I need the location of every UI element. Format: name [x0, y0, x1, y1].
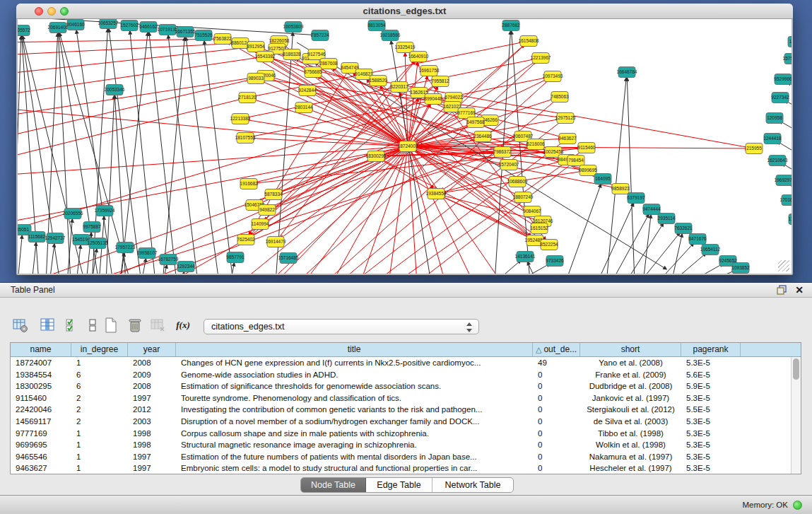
- table-cell: 0: [533, 404, 580, 416]
- graph-edge[interactable]: [186, 37, 219, 274]
- graph-edge[interactable]: [181, 272, 184, 274]
- table-row[interactable]: 911546021997Tourette syndrome. Phenomeno…: [11, 392, 791, 404]
- table-column-icon[interactable]: [37, 315, 58, 336]
- graph-edge[interactable]: [49, 244, 54, 274]
- graph-edge[interactable]: [657, 243, 694, 274]
- graph-node-label: 7955812: [431, 78, 449, 83]
- network-graph[interactable]: 1872400775638228860124891295418226058912…: [18, 19, 792, 274]
- graph-edge[interactable]: [32, 243, 36, 274]
- table-row[interactable]: 2242004622012Investigating the contribut…: [11, 404, 791, 416]
- memory-status-indicator[interactable]: [793, 501, 802, 510]
- graph-node-label: 2935114: [658, 216, 676, 221]
- graph-edge[interactable]: [297, 42, 666, 269]
- resize-grip-icon[interactable]: [778, 260, 789, 271]
- graph-edge[interactable]: [59, 33, 131, 274]
- window-titlebar[interactable]: citations_edges.txt: [16, 4, 793, 19]
- table-cell: 18724007: [11, 357, 71, 369]
- graph-edge[interactable]: [141, 259, 146, 274]
- graph-edge[interactable]: [204, 41, 233, 274]
- table-cell: 5.3E-5: [681, 392, 741, 404]
- graph-edge[interactable]: [163, 37, 184, 274]
- column-header-pagerank[interactable]: pagerank: [681, 343, 741, 356]
- graph-node-label: 19384554: [426, 191, 447, 196]
- table-cell: 2003: [128, 416, 176, 428]
- table-settings-icon[interactable]: [10, 315, 31, 336]
- column-header-out-degree[interactable]: △out_de...: [533, 343, 580, 356]
- tab-network-table[interactable]: Network Table: [433, 478, 513, 492]
- graph-node-label: 1527602: [120, 23, 139, 28]
- table-cell: 9699695: [11, 439, 71, 451]
- function-builder-icon[interactable]: f(x): [172, 315, 194, 336]
- graph-edge[interactable]: [76, 245, 81, 274]
- graph-node-label: 6794022: [445, 95, 463, 100]
- graph-edge[interactable]: [18, 39, 217, 42]
- table-cell: 1: [71, 462, 128, 474]
- graph-edge[interactable]: [130, 31, 155, 274]
- graph-edge[interactable]: [597, 203, 634, 274]
- table-cell: Hescheler et al. (1997): [580, 462, 681, 474]
- graph-edge[interactable]: [611, 214, 649, 274]
- graph-node-label: 9127546: [307, 52, 326, 57]
- table-cell: 14569117: [11, 416, 71, 428]
- graph-edge[interactable]: [106, 95, 114, 274]
- table-cell: 5.3E-5: [681, 451, 741, 463]
- graph-edge[interactable]: [18, 57, 259, 95]
- tab-edge-table[interactable]: Edge Table: [366, 478, 433, 492]
- column-header-title[interactable]: title: [176, 343, 533, 356]
- column-header-short[interactable]: short: [580, 343, 681, 356]
- graph-edge[interactable]: [671, 234, 682, 274]
- graph-node-label: 16640910: [408, 54, 429, 59]
- graph-node-label: 15716485: [278, 255, 299, 260]
- table-row[interactable]: 1456911722003Disruption of a novel membe…: [11, 416, 791, 428]
- table-row[interactable]: 946554611997Estimation of the future num…: [11, 451, 791, 463]
- graph-edge[interactable]: [516, 264, 550, 274]
- table-row[interactable]: 1830029562008Estimation of significance …: [11, 380, 791, 392]
- graph-edge[interactable]: [34, 146, 408, 274]
- graph-node-label: 15720407: [499, 162, 519, 167]
- graph-node-label: 16782759: [158, 257, 179, 262]
- table-row[interactable]: 977716911998Corpus callosum shape and si…: [11, 428, 791, 440]
- graph-node-label: 18724007: [398, 144, 418, 148]
- delete-table-icon[interactable]: [124, 315, 146, 336]
- table-cell: 2008: [128, 357, 176, 369]
- graph-edge[interactable]: [625, 223, 664, 274]
- column-header-in-degree[interactable]: in_degree: [71, 343, 128, 356]
- graph-node-label: 2718120: [238, 95, 257, 100]
- float-window-icon[interactable]: [777, 285, 787, 295]
- table-selector[interactable]: citations_edges.txt: [204, 319, 479, 334]
- table-row[interactable]: 946362711997Embryonic stem cells: a mode…: [11, 462, 791, 474]
- graph-node-label: 798454: [568, 158, 584, 163]
- column-header-name[interactable]: name: [11, 343, 71, 356]
- graph-node-label: 8813054: [367, 23, 386, 28]
- graph-edge[interactable]: [627, 78, 635, 274]
- graph-edge[interactable]: [671, 253, 706, 274]
- graph-edge[interactable]: [640, 233, 680, 274]
- graph-node-label: 120958: [767, 115, 782, 120]
- table-row[interactable]: 969969511998Structural magnetic resonanc…: [11, 439, 791, 451]
- scrollbar-thumb[interactable]: [793, 358, 799, 380]
- table-scrollbar[interactable]: [791, 357, 801, 474]
- network-canvas[interactable]: 1872400775638228860124891295418226058912…: [18, 19, 792, 274]
- table-row[interactable]: 1938455462009Genome-wide association stu…: [11, 369, 791, 381]
- graph-edge[interactable]: [168, 35, 198, 274]
- table-row[interactable]: 1872400712008Changes of HCN gene express…: [11, 357, 791, 369]
- graph-edge[interactable]: [689, 264, 723, 274]
- table-cell: 0: [533, 451, 580, 463]
- graph-edge[interactable]: [565, 185, 601, 274]
- graph-edge[interactable]: [149, 33, 177, 274]
- column-header-year[interactable]: year: [128, 343, 176, 356]
- graph-edge[interactable]: [495, 260, 521, 274]
- new-table-icon[interactable]: [100, 315, 122, 336]
- tab-node-table[interactable]: Node Table: [301, 478, 366, 492]
- table-cell: 0: [533, 416, 580, 428]
- table-cell: 9777169: [11, 428, 71, 440]
- close-panel-icon[interactable]: ✕: [795, 284, 804, 296]
- graph-edge[interactable]: [18, 235, 22, 274]
- graph-edge[interactable]: [18, 43, 235, 55]
- table-cell: 6: [71, 369, 128, 381]
- table-cell: 22420046: [11, 404, 71, 416]
- select-rows-icon[interactable]: [62, 315, 83, 336]
- table-cell: 5.3E-5: [681, 439, 741, 451]
- graph-edge[interactable]: [363, 146, 408, 274]
- graph-node-label: 12942737: [45, 235, 66, 240]
